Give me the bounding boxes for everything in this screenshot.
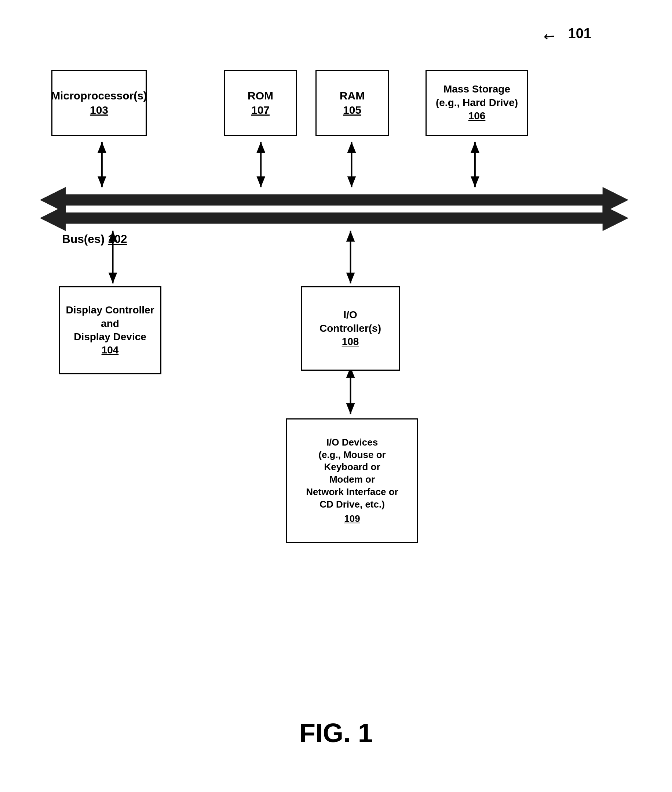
mass-storage-box: Mass Storage(e.g., Hard Drive) 106 [426,70,528,136]
figure-caption: FIG. 1 [299,718,373,748]
svg-marker-8 [256,176,265,187]
svg-text:Bus(es) 102: Bus(es) 102 [62,232,127,245]
svg-marker-19 [346,231,355,242]
display-controller-id: 104 [102,343,119,357]
svg-marker-17 [109,273,117,284]
svg-marker-14 [470,176,479,187]
svg-marker-20 [346,273,355,284]
ram-id: 105 [343,103,361,117]
microprocessor-label: Microprocessor(s) [51,88,147,103]
figure-arrow-icon: ↗ [540,27,558,46]
io-controller-label: I/OController(s) [320,308,381,335]
ram-label: RAM [340,88,365,103]
io-devices-label: I/O Devices(e.g., Mouse orKeyboard orMod… [306,436,398,511]
microprocessor-id: 103 [90,103,108,117]
io-devices-box: I/O Devices(e.g., Mouse orKeyboard orMod… [286,418,418,543]
display-controller-box: Display ControllerandDisplay Device 104 [59,286,162,374]
rom-box: ROM 107 [224,70,297,136]
svg-marker-4 [98,142,106,153]
svg-marker-11 [347,176,356,187]
io-controller-box: I/OController(s) 108 [301,286,400,371]
rom-id: 107 [251,103,270,117]
svg-marker-23 [346,403,355,414]
svg-marker-13 [470,142,479,153]
mass-storage-id: 106 [469,109,486,123]
ram-box: RAM 105 [315,70,389,136]
figure-number-label: 101 [568,26,591,42]
svg-marker-7 [256,142,265,153]
svg-marker-1 [40,205,628,231]
svg-marker-5 [98,176,106,187]
rom-label: ROM [248,88,273,103]
svg-marker-10 [347,142,356,153]
mass-storage-label: Mass Storage(e.g., Hard Drive) [436,83,518,109]
io-controller-id: 108 [342,335,359,348]
svg-marker-16 [109,231,117,242]
svg-marker-0 [40,187,628,213]
microprocessor-box: Microprocessor(s) 103 [51,70,147,136]
display-controller-label: Display ControllerandDisplay Device [66,303,154,343]
io-devices-id: 109 [344,513,360,525]
